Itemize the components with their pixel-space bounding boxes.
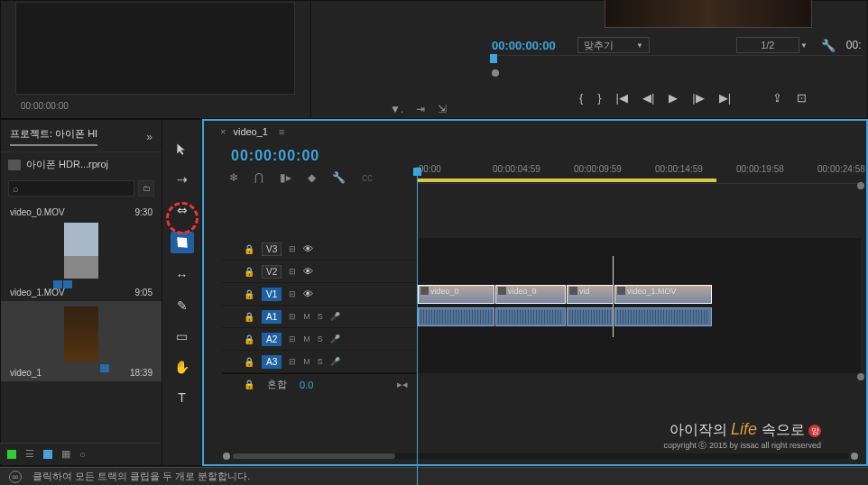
track-target[interactable]: V1 — [262, 288, 282, 301]
solo-icon[interactable]: S — [318, 334, 323, 343]
audio-clip[interactable] — [614, 307, 712, 326]
go-to-in-icon[interactable]: |◀ — [616, 91, 628, 105]
zoom-handle-icon[interactable] — [492, 69, 499, 77]
new-bin-button[interactable]: 🗀 — [138, 180, 154, 197]
panel-menu-icon[interactable]: » — [146, 131, 152, 143]
sync-lock-icon[interactable]: ⊟ — [289, 357, 296, 366]
track-target[interactable]: A3 — [262, 355, 282, 369]
project-tab[interactable]: 프로젝트: 아이폰 HI — [10, 127, 97, 146]
fit-dropdown[interactable]: 맞추기 ▼ — [577, 37, 650, 53]
clip-thumbnail[interactable] — [64, 223, 98, 279]
track-content-a3[interactable] — [417, 351, 861, 372]
slip-tool[interactable]: ↔ — [173, 266, 191, 284]
lift-icon[interactable]: ⇪ — [772, 91, 782, 105]
selection-tool[interactable] — [173, 140, 191, 158]
wrench-icon[interactable]: 🔧 — [821, 39, 836, 52]
insert-icon[interactable]: ⇥ — [416, 103, 425, 115]
track-content-v1[interactable]: video_0 video_0 vid video_1.MOV — [417, 283, 861, 305]
lock-icon[interactable]: 🔒 — [244, 244, 254, 254]
eye-icon[interactable]: 👁 — [303, 243, 313, 254]
program-ruler[interactable] — [490, 55, 863, 75]
scale-dropdown[interactable]: 1/2 ▼ — [736, 37, 799, 53]
track-content-v2[interactable] — [417, 261, 861, 282]
sync-lock-icon[interactable]: ⊟ — [289, 244, 296, 253]
tab-menu-icon[interactable]: ≡ — [279, 126, 284, 137]
video-clip[interactable]: vid — [567, 285, 614, 304]
scroll-handle[interactable] — [857, 182, 864, 189]
mute-icon[interactable]: M — [303, 334, 310, 343]
lock-icon[interactable]: 🔒 — [244, 380, 254, 389]
lock-icon[interactable]: 🔒 — [244, 267, 254, 277]
pen-tool[interactable]: ✎ — [173, 297, 191, 315]
filter-icon[interactable]: ▼. — [390, 103, 403, 115]
voice-icon[interactable]: 🎤 — [330, 357, 340, 366]
lock-icon[interactable]: 🔒 — [244, 312, 254, 322]
sort-icon[interactable]: ○ — [79, 449, 86, 460]
bin-item-1[interactable]: video_1.MOV 9:05 — [1, 284, 162, 301]
track-target[interactable]: V3 — [262, 242, 282, 256]
play-icon[interactable]: ▶ — [669, 91, 678, 105]
settings-icon[interactable]: 🔧 — [332, 171, 346, 184]
work-area-bar[interactable] — [417, 178, 716, 182]
snap-icon[interactable]: ❄ — [229, 171, 238, 184]
track-target[interactable]: V2 — [262, 265, 282, 279]
type-tool[interactable]: T — [173, 389, 191, 407]
timeline-timecode[interactable]: 00:00:00:00 — [231, 148, 866, 164]
zoom-in-handle[interactable] — [851, 453, 858, 460]
audio-clip[interactable] — [495, 307, 566, 326]
creative-cloud-icon[interactable]: ∞ — [9, 471, 22, 483]
track-target[interactable]: A2 — [262, 333, 282, 346]
mark-out-icon[interactable]: } — [597, 91, 601, 105]
sync-lock-icon[interactable]: ⊟ — [289, 267, 296, 276]
track-content-a2[interactable] — [417, 328, 861, 350]
mute-icon[interactable]: M — [303, 357, 310, 366]
video-clip[interactable]: video_1.MOV — [614, 285, 712, 304]
expand-icon[interactable]: ▸◂ — [397, 379, 408, 390]
ripple-edit-tool[interactable]: ⇔ — [173, 201, 191, 219]
video-clip[interactable]: video_0 — [495, 285, 566, 304]
bin-item-2[interactable]: video_1 18:39 — [1, 301, 162, 381]
export-frame-icon[interactable]: ⊡ — [797, 91, 807, 105]
horizontal-scrollbar[interactable] — [220, 452, 861, 461]
mix-value[interactable]: 0.0 — [300, 380, 313, 390]
bin-item-0[interactable]: video_0.MOV 9:30 — [1, 204, 162, 284]
mute-icon[interactable]: M — [303, 312, 310, 321]
track-select-tool[interactable]: ⇢ — [173, 170, 191, 188]
clip-thumbnail[interactable] — [64, 307, 98, 362]
lock-icon[interactable]: 🔒 — [244, 334, 254, 344]
overwrite-icon[interactable]: ⇲ — [438, 103, 447, 115]
track-content-a1[interactable] — [417, 306, 861, 327]
sequence-tab[interactable]: × video_1 ≡ — [204, 121, 866, 142]
scrollbar-thumb[interactable] — [233, 453, 395, 459]
program-playhead[interactable] — [490, 54, 497, 63]
audio-clip[interactable] — [567, 307, 614, 326]
go-to-out-icon[interactable]: ▶| — [719, 91, 731, 105]
voice-icon[interactable]: 🎤 — [330, 334, 340, 343]
linked-selection-icon[interactable]: ⋂ — [254, 171, 263, 184]
step-forward-icon[interactable]: |▶ — [692, 91, 704, 105]
list-view-icon[interactable]: ☰ — [25, 448, 34, 460]
step-back-icon[interactable]: ◀| — [642, 91, 654, 105]
sync-lock-icon[interactable]: ⊟ — [289, 312, 296, 321]
eye-icon[interactable]: 👁 — [303, 288, 313, 299]
lock-icon[interactable]: 🔒 — [244, 357, 254, 367]
track-content-v3[interactable] — [417, 238, 861, 260]
audio-clip[interactable] — [418, 307, 494, 326]
sync-lock-icon[interactable]: ⊟ — [289, 289, 296, 298]
marker-icon[interactable]: ▮▸ — [280, 171, 291, 184]
solo-icon[interactable]: S — [318, 312, 323, 321]
program-timecode[interactable]: 00:00:00:00 — [492, 39, 556, 52]
rectangle-tool[interactable]: ▭ — [173, 327, 191, 345]
lock-icon[interactable]: 🔒 — [244, 289, 254, 299]
zoom-out-handle[interactable] — [223, 453, 230, 460]
icon-view-icon[interactable] — [43, 450, 52, 459]
hand-tool[interactable]: ✋ — [173, 358, 191, 376]
mark-in-icon[interactable]: { — [579, 91, 583, 105]
voice-icon[interactable]: 🎤 — [330, 312, 340, 321]
sync-lock-icon[interactable]: ⊟ — [289, 334, 296, 343]
razor-tool[interactable] — [171, 232, 194, 253]
caption-icon[interactable]: cc — [362, 171, 373, 184]
track-target[interactable]: A1 — [262, 310, 282, 324]
search-input[interactable]: ⌕ — [8, 180, 134, 197]
video-clip[interactable]: video_0 — [418, 285, 494, 304]
